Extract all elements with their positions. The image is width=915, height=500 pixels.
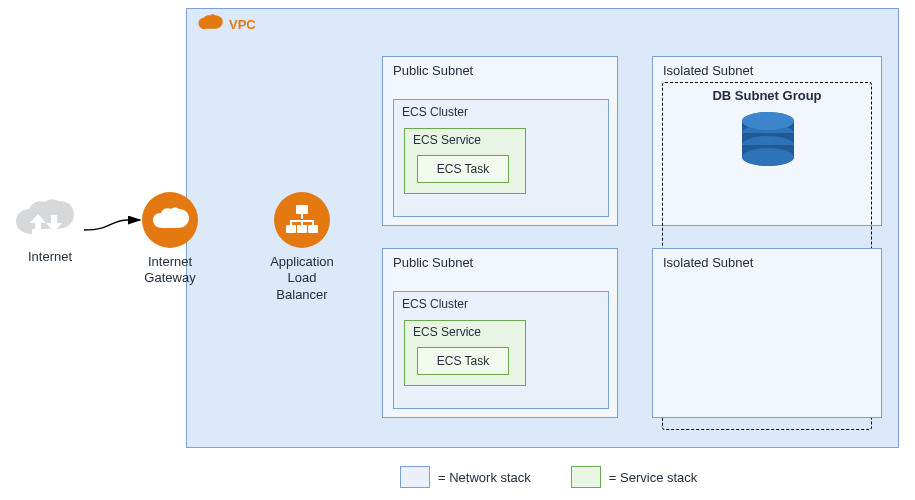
legend-network-swatch <box>400 466 430 488</box>
vpc-badge: VPC <box>197 15 256 33</box>
ecs-task-1: ECS Task <box>417 155 509 183</box>
legend-network-label: = Network stack <box>438 470 531 485</box>
public-subnet-1: Public Subnet ECS Cluster ECS Service EC… <box>382 56 618 226</box>
svg-point-7 <box>742 148 794 166</box>
svg-rect-0 <box>296 205 308 214</box>
ecs-cluster-2: ECS Cluster ECS Service ECS Task <box>393 291 609 409</box>
alb-icon <box>274 192 330 248</box>
ecs-service-1: ECS Service ECS Task <box>404 128 526 194</box>
igw-label: Internet Gateway <box>142 254 198 287</box>
ecs-task-2-label: ECS Task <box>437 354 489 368</box>
legend-service-swatch <box>571 466 601 488</box>
svg-rect-1 <box>286 225 296 233</box>
public-subnet-2-label: Public Subnet <box>393 255 473 270</box>
alb-node: Application Load Balancer <box>274 192 347 303</box>
ecs-cluster-1-label: ECS Cluster <box>402 105 468 119</box>
public-subnet-2: Public Subnet ECS Cluster ECS Service EC… <box>382 248 618 418</box>
internet-gateway-node: Internet Gateway <box>142 192 198 287</box>
diagram-stage: { "labels": { "internet": "Internet", "i… <box>0 0 915 500</box>
public-subnet-1-label: Public Subnet <box>393 63 473 78</box>
isolated-subnet-2: Isolated Subnet <box>652 248 882 418</box>
ecs-cluster-2-label: ECS Cluster <box>402 297 468 311</box>
legend-service-label: = Service stack <box>609 470 698 485</box>
db-subnet-group-label: DB Subnet Group <box>663 88 871 103</box>
svg-rect-2 <box>297 225 307 233</box>
svg-rect-3 <box>308 225 318 233</box>
isolated-subnet-2-label: Isolated Subnet <box>663 255 753 270</box>
ecs-task-1-label: ECS Task <box>437 162 489 176</box>
ecs-cluster-1: ECS Cluster ECS Service ECS Task <box>393 99 609 217</box>
ecs-service-2-label: ECS Service <box>413 325 481 339</box>
svg-point-8 <box>742 112 794 130</box>
internet-node: Internet <box>10 198 90 265</box>
database-icon <box>739 111 797 175</box>
ecs-service-1-label: ECS Service <box>413 133 481 147</box>
ecs-service-2: ECS Service ECS Task <box>404 320 526 386</box>
legend-network: = Network stack <box>400 466 531 488</box>
internet-label: Internet <box>10 249 90 265</box>
vpc-label: VPC <box>229 17 256 32</box>
legend: = Network stack = Service stack <box>400 466 697 488</box>
isolated-subnet-1-label: Isolated Subnet <box>663 63 753 78</box>
cloud-icon <box>10 198 82 246</box>
igw-icon <box>142 192 198 248</box>
cloud-vpc-icon <box>197 15 225 33</box>
legend-service: = Service stack <box>571 466 698 488</box>
ecs-task-2: ECS Task <box>417 347 509 375</box>
alb-label: Application Load Balancer <box>257 254 347 303</box>
